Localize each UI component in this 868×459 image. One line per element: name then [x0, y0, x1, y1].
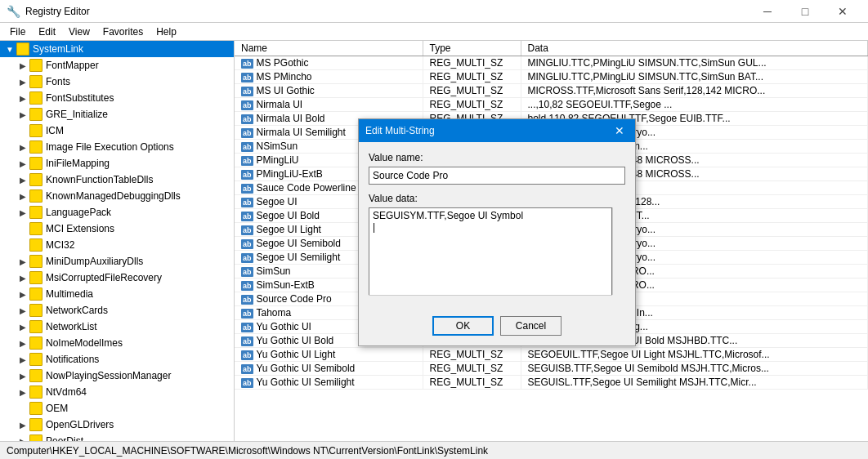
ok-button[interactable]: OK — [432, 316, 494, 336]
dialog-title: Edit Multi-String — [365, 125, 435, 136]
textarea-vscrollbar[interactable] — [612, 207, 625, 295]
dialog-close-button[interactable]: ✕ — [611, 123, 629, 139]
cancel-button[interactable]: Cancel — [500, 316, 562, 336]
edit-multistring-dialog: Edit Multi-String ✕ Value name: Value da… — [358, 118, 636, 346]
modal-overlay: Edit Multi-String ✕ Value name: Value da… — [0, 0, 868, 459]
value-name-input[interactable] — [369, 167, 625, 185]
textarea-hscrollbar[interactable] — [369, 295, 612, 308]
value-data-label: Value data: — [369, 193, 625, 204]
value-name-label: Value name: — [369, 152, 625, 163]
value-data-textarea[interactable]: SEGUISYM.TTF,Segoe UI Symbol | — [369, 207, 612, 305]
dialog-buttons: OK Cancel — [369, 316, 625, 336]
dialog-body: Value name: Value data: SEGUISYM.TTF,Seg… — [359, 142, 635, 345]
dialog-title-bar: Edit Multi-String ✕ — [359, 119, 635, 142]
textarea-container: SEGUISYM.TTF,Segoe UI Symbol | — [369, 207, 625, 308]
